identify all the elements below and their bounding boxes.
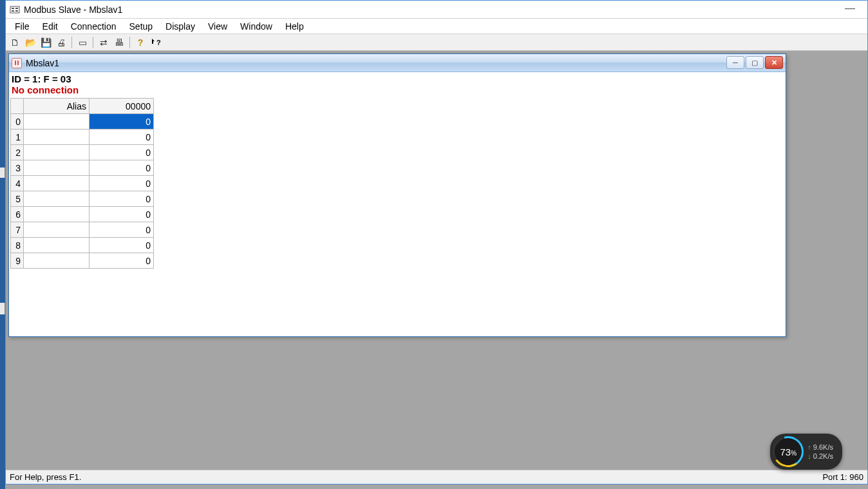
row-header[interactable]: 0 (11, 114, 24, 129)
menu-connection[interactable]: Connection (64, 20, 123, 33)
value-cell[interactable]: 0 (90, 145, 154, 160)
adjacent-window-edge (0, 0, 5, 489)
svg-rect-2 (15, 8, 18, 9)
row-header[interactable]: 4 (11, 176, 24, 191)
comm-log-button[interactable]: 🖶 (113, 36, 126, 49)
print-button[interactable]: 🖨 (55, 36, 68, 49)
child-titlebar[interactable]: Mbslav1 ─ ▢ ✕ (9, 54, 786, 72)
table-row[interactable]: 20 (11, 145, 154, 160)
table-row[interactable]: 60 (11, 207, 154, 222)
toolbar-separator (129, 37, 130, 48)
value-cell[interactable]: 0 (90, 129, 154, 145)
corner-header (11, 99, 24, 114)
alias-cell[interactable] (24, 114, 90, 129)
alias-cell[interactable] (24, 145, 90, 160)
connection-status: No connection (10, 84, 784, 98)
table-row[interactable]: 50 (11, 191, 154, 207)
row-header[interactable]: 1 (11, 129, 24, 145)
row-header[interactable]: 2 (11, 145, 24, 160)
download-rate: 0.2K/s (807, 452, 833, 460)
alias-cell[interactable] (24, 191, 90, 207)
usage-ring-icon: 73% (773, 436, 804, 467)
usage-percent: 73% (780, 446, 797, 457)
value-cell[interactable]: 0 (90, 191, 154, 207)
menubar: File Edit Connection Setup Display View … (6, 19, 867, 34)
value-cell[interactable]: 0 (90, 222, 154, 238)
row-header[interactable]: 9 (11, 253, 24, 269)
child-body: ID = 1: F = 03 No connection Alias 00000… (9, 72, 786, 336)
alias-cell[interactable] (24, 253, 90, 269)
row-header[interactable]: 8 (11, 238, 24, 253)
row-header[interactable]: 6 (11, 207, 24, 222)
main-window: Modbus Slave - Mbslav1 — File Edit Conne… (5, 0, 868, 484)
menu-file[interactable]: File (8, 20, 36, 33)
child-window-mbslav1: Mbslav1 ─ ▢ ✕ ID = 1: F = 03 No connecti… (8, 53, 786, 337)
window-button[interactable]: ▭ (76, 36, 89, 49)
help-button[interactable]: ? (134, 36, 147, 49)
whats-this-button[interactable]: ? (149, 36, 162, 49)
svg-rect-0 (10, 6, 19, 13)
toolbar: 🗋 📂 💾 🖨 ▭ ⇄ 🖶 ? ? (6, 34, 867, 51)
table-row[interactable]: 70 (11, 222, 154, 238)
alias-cell[interactable] (24, 129, 90, 145)
network-rates: 9.6K/s 0.2K/s (807, 443, 833, 460)
value-cell[interactable]: 0 (90, 160, 154, 176)
alias-cell[interactable] (24, 176, 90, 191)
child-maximize-button[interactable]: ▢ (746, 56, 764, 69)
value-cell[interactable]: 0 (90, 207, 154, 222)
save-button[interactable]: 💾 (39, 36, 52, 49)
svg-rect-3 (12, 10, 14, 12)
app-title: Modbus Slave - Mbslav1 (24, 5, 122, 15)
table-row[interactable]: 80 (11, 238, 154, 253)
menu-help[interactable]: Help (279, 20, 310, 33)
statusbar: For Help, press F1. Port 1: 960 (6, 470, 867, 484)
network-monitor-widget[interactable]: 73% 9.6K/s 0.2K/s (770, 434, 842, 470)
table-row[interactable]: 40 (11, 176, 154, 191)
table-row[interactable]: 10 (11, 129, 154, 145)
value-cell[interactable]: 0 (90, 238, 154, 253)
address-header[interactable]: 00000 (90, 99, 154, 114)
child-close-button[interactable]: ✕ (765, 56, 783, 69)
slave-id-line: ID = 1: F = 03 (10, 73, 784, 84)
whats-this-icon: ? (151, 37, 161, 48)
status-help-hint: For Help, press F1. (10, 472, 81, 482)
value-cell[interactable]: 0 (90, 253, 154, 269)
row-header[interactable]: 3 (11, 160, 24, 176)
svg-text:?: ? (156, 39, 161, 46)
upload-rate: 9.6K/s (807, 443, 833, 451)
toolbar-separator (71, 37, 72, 48)
alias-cell[interactable] (24, 238, 90, 253)
menu-view[interactable]: View (202, 20, 234, 33)
menu-edit[interactable]: Edit (36, 20, 64, 33)
row-header[interactable]: 5 (11, 191, 24, 207)
open-button[interactable]: 📂 (24, 36, 37, 49)
child-window-controls: ─ ▢ ✕ (726, 56, 783, 69)
value-cell[interactable]: 0 (90, 114, 154, 129)
app-icon (10, 5, 20, 15)
alias-cell[interactable] (24, 222, 90, 238)
menu-window[interactable]: Window (234, 20, 279, 33)
table-row[interactable]: 00 (11, 114, 154, 129)
menu-setup[interactable]: Setup (123, 20, 160, 33)
app-titlebar[interactable]: Modbus Slave - Mbslav1 — (6, 1, 867, 19)
value-cell[interactable]: 0 (90, 176, 154, 191)
svg-rect-1 (12, 8, 14, 9)
register-grid[interactable]: Alias 00000 00102030405060708090 (10, 98, 154, 269)
table-row[interactable]: 30 (11, 160, 154, 176)
svg-rect-4 (15, 10, 18, 12)
toolbar-separator (93, 37, 93, 48)
table-row[interactable]: 90 (11, 253, 154, 269)
comm-settings-button[interactable]: ⇄ (97, 36, 110, 49)
child-title: Mbslav1 (26, 58, 59, 68)
status-port-info: Port 1: 960 (822, 472, 863, 482)
alias-cell[interactable] (24, 207, 90, 222)
child-minimize-button[interactable]: ─ (726, 56, 744, 69)
row-header[interactable]: 7 (11, 222, 24, 238)
new-button[interactable]: 🗋 (8, 36, 21, 49)
alias-header[interactable]: Alias (24, 99, 90, 114)
app-minimize-button[interactable]: — (840, 3, 860, 16)
mdi-client-area: Mbslav1 ─ ▢ ✕ ID = 1: F = 03 No connecti… (6, 51, 867, 470)
alias-cell[interactable] (24, 160, 90, 176)
child-icon (12, 58, 22, 68)
menu-display[interactable]: Display (159, 20, 202, 33)
